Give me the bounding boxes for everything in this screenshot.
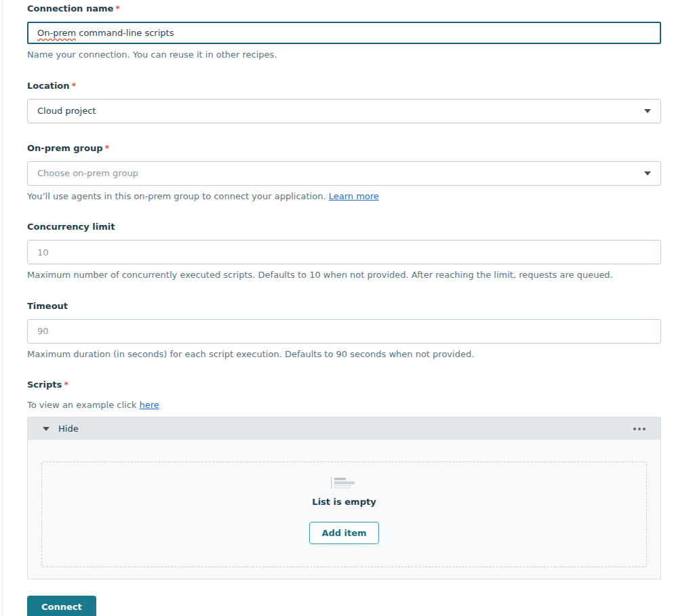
on-prem-group-label: On-prem group <box>27 143 103 153</box>
on-prem-group-select[interactable]: Choose on-prem group <box>27 161 661 186</box>
add-item-button[interactable]: Add item <box>309 522 378 544</box>
connection-name-value-rest: command-line scripts <box>76 28 174 38</box>
field-concurrency-limit: Concurrency limit Maximum number of conc… <box>27 222 661 281</box>
location-select[interactable]: Cloud project <box>27 99 661 123</box>
on-prem-group-helper-text: You’ll use agents in this on-prem group … <box>27 191 329 201</box>
concurrency-limit-input[interactable] <box>27 240 661 264</box>
connection-name-label-row: Connection name* <box>27 3 661 14</box>
field-timeout: Timeout Maximum duration (in seconds) fo… <box>27 301 661 361</box>
connection-name-value: On-prem command-line scripts <box>37 28 174 38</box>
concurrency-limit-label: Concurrency limit <box>27 222 115 232</box>
timeout-input[interactable] <box>27 319 661 344</box>
field-connection-name: Connection name* On-prem command-line sc… <box>27 3 661 61</box>
learn-more-link[interactable]: Learn more <box>329 191 379 201</box>
required-asterisk: * <box>105 143 110 153</box>
scripts-label-row: Scripts* <box>27 379 661 390</box>
timeout-label-row: Timeout <box>27 301 661 311</box>
on-prem-group-placeholder: Choose on-prem group <box>37 168 138 178</box>
toggle-label: Hide <box>58 424 79 434</box>
panel-menu-ellipsis-icon[interactable] <box>633 425 646 433</box>
scripts-example-line: To view an example click here <box>27 400 661 410</box>
connection-name-helper: Name your connection. You can reuse it i… <box>27 49 661 61</box>
field-on-prem-group: On-prem group* Choose on-prem group You’… <box>27 143 661 203</box>
location-selected-value: Cloud project <box>37 106 96 116</box>
on-prem-group-helper: You’ll use agents in this on-prem group … <box>27 190 661 203</box>
scripts-label: Scripts <box>27 379 62 390</box>
scripts-example-text: To view an example click <box>27 400 140 410</box>
scripts-panel-header: Hide <box>28 417 660 440</box>
example-here-link[interactable]: here <box>140 400 159 410</box>
scripts-empty-list: List is empty Add item <box>41 461 647 567</box>
chevron-down-icon <box>644 109 651 113</box>
empty-list-icon <box>331 477 358 489</box>
concurrency-limit-helper: Maximum number of concurrently executed … <box>27 269 661 281</box>
connection-name-label: Connection name <box>27 3 113 14</box>
field-location: Location* Cloud project <box>27 81 661 123</box>
scripts-panel-toggle[interactable]: Hide <box>43 424 79 434</box>
location-label: Location <box>27 81 70 91</box>
collapse-caret-icon <box>43 427 49 431</box>
timeout-helper: Maximum duration (in seconds) for each s… <box>27 348 661 361</box>
spellcheck-flagged-word: On-prem <box>37 28 76 38</box>
chevron-down-icon <box>644 171 651 176</box>
on-prem-group-label-row: On-prem group* <box>27 143 661 153</box>
timeout-label: Timeout <box>27 301 68 311</box>
scripts-panel: Hide List is empty Add item <box>27 417 661 579</box>
location-label-row: Location* <box>27 81 661 91</box>
connect-button[interactable]: Connect <box>27 596 96 616</box>
scripts-panel-body: List is empty Add item <box>28 440 660 579</box>
connection-form: Connection name* On-prem command-line sc… <box>27 3 661 616</box>
required-asterisk: * <box>72 81 77 91</box>
concurrency-limit-label-row: Concurrency limit <box>27 222 661 232</box>
field-scripts: Scripts* To view an example click here H… <box>27 379 661 579</box>
page-left-divider <box>2 0 3 616</box>
required-asterisk: * <box>64 379 68 390</box>
required-asterisk: * <box>115 3 120 14</box>
empty-list-text: List is empty <box>312 497 376 507</box>
connection-name-input[interactable]: On-prem command-line scripts <box>27 22 661 44</box>
